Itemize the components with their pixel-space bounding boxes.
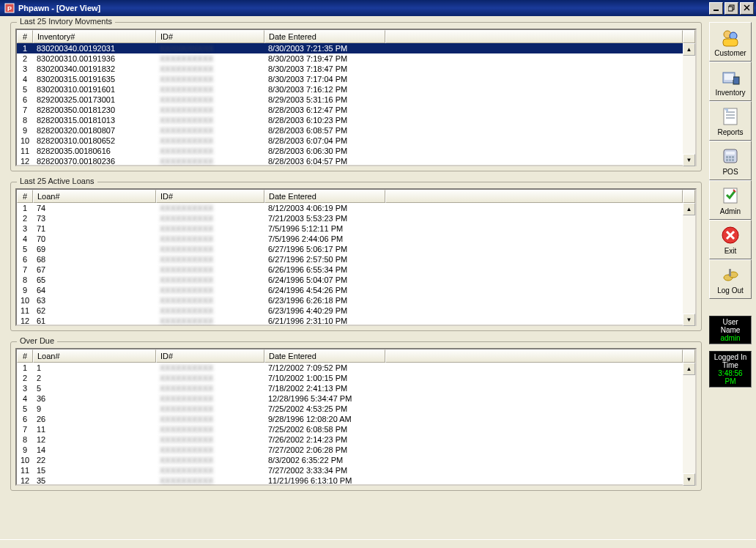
column-header[interactable]: Date Entered [264,190,385,203]
cell-spacer [385,84,683,95]
table-row[interactable]: 1261XXXXXXXXXX6/21/1996 2:31:10 PM [17,316,683,326]
column-header[interactable]: Loan# [33,349,156,363]
cell-id: XXXXXXXXXX [156,43,264,53]
column-header[interactable]: # [17,30,33,43]
restore-button[interactable] [724,2,738,15]
svg-text:P: P [7,5,12,12]
cell-date: 6/24/1996 4:54:26 PM [264,285,385,295]
table-row[interactable]: 22XXXXXXXXXX7/10/2002 1:00:15 PM [17,373,683,383]
table-row[interactable]: 12828200370.00180236XXXXXXXXXX8/28/2003 … [17,156,683,166]
scroll-track[interactable] [683,375,695,473]
table-row[interactable]: 436XXXXXXXXXX12/28/1996 5:34:47 PM [17,393,683,404]
table-row[interactable]: 865XXXXXXXXXX6/24/1996 5:04:07 PM [17,275,683,285]
table-row[interactable]: 1235XXXXXXXXXX11/21/1996 6:13:10 PM [17,475,683,486]
table-row[interactable]: 5830200310.00191601XXXXXXXXXX8/30/2003 7… [17,84,683,95]
table-row[interactable]: 1063XXXXXXXXXX6/23/1996 6:26:18 PM [17,295,683,306]
table-row[interactable]: 6829200325.00173001XXXXXXXXXX8/29/2003 5… [17,95,683,105]
cell-spacer [385,254,683,264]
table-row[interactable]: 964XXXXXXXXXX6/24/1996 4:54:26 PM [17,285,683,295]
table-row[interactable]: 1162XXXXXXXXXX6/23/1996 4:40:29 PM [17,306,683,316]
table-row[interactable]: 11XXXXXXXXXX7/12/2002 7:09:52 PM [17,363,683,373]
sidebar-button-inventory[interactable]: Inventory [709,62,752,101]
cell-id: XXXXXXXXXX [156,404,264,414]
column-header[interactable]: Date Entered [264,30,385,43]
sidebar-button-pos[interactable]: POS [709,141,752,180]
close-button[interactable] [740,2,754,15]
listview-overdue[interactable]: #Loan#ID#Date Entered11XXXXXXXXXX7/12/20… [15,348,697,486]
table-row[interactable]: 711XXXXXXXXXX7/25/2002 6:08:58 PM [17,424,683,434]
table-row[interactable]: 668XXXXXXXXXX6/27/1996 2:57:50 PM [17,254,683,264]
column-header[interactable]: # [17,349,33,363]
minimize-button[interactable] [709,2,723,15]
table-row[interactable]: 7828200350.00181230XXXXXXXXXX8/28/2003 6… [17,105,683,115]
sidebar-button-customer[interactable]: Customer [709,22,752,62]
sidebar-button-reports[interactable]: Reports [709,101,752,141]
table-row[interactable]: 1115XXXXXXXXXX7/27/2002 3:33:34 PM [17,465,683,475]
table-row[interactable]: 371XXXXXXXXXX7/5/1996 5:12:11 PM [17,223,683,234]
cell-num: 8 [17,115,33,125]
table-row[interactable]: 569XXXXXXXXXX6/27/1996 5:06:17 PM [17,244,683,254]
table-row[interactable]: 626XXXXXXXXXX9/28/1996 12:08:20 AM [17,414,683,424]
column-header[interactable]: Loan# [33,190,156,203]
sidebar-button-admin[interactable]: Admin [709,180,752,220]
table-row[interactable]: 914XXXXXXXXXX7/27/2002 2:06:28 PM [17,445,683,455]
cell-primary: 14 [33,445,156,455]
scroll-down-button[interactable]: ▼ [683,314,695,326]
column-header[interactable]: # [17,190,33,203]
cell-id: XXXXXXXXXX [156,115,264,125]
status-time: Logged In Time 3:48:56 PM [709,351,752,388]
scroll-down-button[interactable]: ▼ [683,473,695,486]
cell-primary: 73 [33,213,156,223]
cell-spacer [385,424,683,434]
cell-primary: 11 [33,424,156,434]
vertical-scrollbar[interactable]: ▲▼ [683,203,695,326]
table-row[interactable]: 9828200320.00180807XXXXXXXXXX8/28/2003 6… [17,125,683,136]
table-row[interactable]: 8828200315.00181013XXXXXXXXXX8/28/2003 6… [17,115,683,125]
sidebar-button-exit[interactable]: Exit [709,220,752,259]
scroll-up-button[interactable]: ▲ [683,363,695,375]
cell-spacer [385,64,683,74]
table-row[interactable]: 1022XXXXXXXXXX8/3/2002 6:35:22 PM [17,455,683,465]
cell-date: 8/28/2003 6:04:57 PM [264,156,385,166]
table-row[interactable]: 2830200310.00191936XXXXXXXXXX8/30/2003 7… [17,53,683,64]
cell-num: 3 [17,64,33,74]
listview-loans[interactable]: #Loan#ID#Date Entered174XXXXXXXXXX8/12/2… [15,188,697,326]
cell-spacer [385,383,683,393]
cell-num: 6 [17,254,33,264]
table-row[interactable]: 470XXXXXXXXXX7/5/1996 2:44:06 PM [17,234,683,244]
scroll-track[interactable] [683,215,695,314]
scroll-track[interactable] [683,56,695,154]
table-row[interactable]: 4830200315.00191635XXXXXXXXXX8/30/2003 7… [17,74,683,84]
svg-rect-23 [729,159,731,161]
table-row[interactable]: 3830200340.00191832XXXXXXXXXX8/30/2003 7… [17,64,683,74]
table-row[interactable]: 174XXXXXXXXXX8/12/2003 4:06:19 PM [17,203,683,213]
vertical-scrollbar[interactable]: ▲▼ [683,43,695,166]
cell-date: 7/21/2003 5:53:23 PM [264,213,385,223]
vertical-scrollbar[interactable]: ▲▼ [683,363,695,486]
cell-num: 1 [17,363,33,373]
column-header[interactable]: Date Entered [264,349,385,363]
scroll-down-button[interactable]: ▼ [683,154,695,166]
table-row[interactable]: 273XXXXXXXXXX7/21/2003 5:53:23 PM [17,213,683,223]
table-row[interactable]: 1830200340.00192031XXXXXXXXXX8/30/2003 7… [17,43,683,53]
table-row[interactable]: 767XXXXXXXXXX6/26/1996 6:55:34 PM [17,264,683,275]
column-header[interactable]: ID# [156,190,264,203]
table-row[interactable]: 812XXXXXXXXXX7/26/2002 2:14:23 PM [17,434,683,445]
cell-num: 2 [17,53,33,64]
column-header[interactable]: Inventory# [33,30,156,43]
cell-spacer [385,455,683,465]
sidebar-button-log-out[interactable]: Log Out [709,259,752,299]
cell-date: 8/28/2003 6:12:47 PM [264,105,385,115]
column-header[interactable]: ID# [156,30,264,43]
table-row[interactable]: 10828200310.00180652XXXXXXXXXX8/28/2003 … [17,136,683,146]
cell-primary: 2 [33,373,156,383]
listview-inventory[interactable]: #Inventory#ID#Date Entered1830200340.001… [15,29,697,166]
cell-spacer [385,74,683,84]
cell-date: 7/27/2002 2:06:28 PM [264,445,385,455]
column-header[interactable]: ID# [156,349,264,363]
table-row[interactable]: 35XXXXXXXXXX7/18/2002 2:41:13 PM [17,383,683,393]
scroll-up-button[interactable]: ▲ [683,203,695,215]
table-row[interactable]: 1182820035.00180616XXXXXXXXXX8/28/2003 6… [17,146,683,156]
scroll-up-button[interactable]: ▲ [683,43,695,56]
table-row[interactable]: 59XXXXXXXXXX7/25/2002 4:53:25 PM [17,404,683,414]
